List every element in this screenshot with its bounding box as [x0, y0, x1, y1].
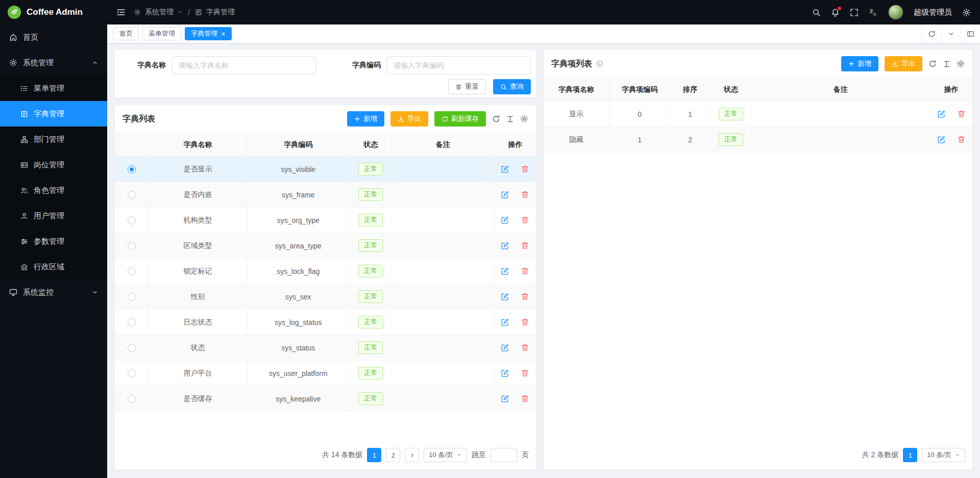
column-header: 字典项名称: [544, 78, 609, 102]
edit-icon[interactable]: [501, 318, 509, 326]
chevron-down-icon[interactable]: [941, 24, 961, 43]
delete-icon[interactable]: [521, 343, 529, 352]
sidebar-item-menu-mgmt[interactable]: 菜单管理: [0, 76, 107, 101]
next-page-button[interactable]: [405, 448, 419, 462]
sidebar-item-monitor[interactable]: 系统监控: [0, 280, 107, 305]
delete-icon[interactable]: [957, 110, 966, 118]
edit-icon[interactable]: [501, 394, 509, 403]
refresh-icon[interactable]: [928, 60, 937, 68]
tab-home[interactable]: 首页: [113, 27, 139, 40]
sidebar-item-role-mgmt[interactable]: 角色管理: [0, 178, 107, 203]
reset-label: 重置: [465, 82, 479, 91]
dict-name-cell: 用户平台: [149, 361, 247, 386]
row-radio[interactable]: [128, 216, 136, 224]
edit-icon[interactable]: [501, 241, 509, 250]
refresh-icon[interactable]: [922, 24, 941, 43]
delete-icon[interactable]: [521, 165, 529, 173]
edit-icon[interactable]: [937, 110, 946, 118]
edit-icon[interactable]: [501, 343, 509, 352]
dict-table-row[interactable]: 状态 sys_status 正常: [115, 335, 536, 361]
dict-table-row[interactable]: 区域类型 sys_area_type 正常: [115, 233, 536, 259]
row-density-icon[interactable]: [943, 60, 950, 68]
refresh-icon[interactable]: [492, 115, 500, 123]
sidebar-item-user-mgmt[interactable]: 用户管理: [0, 203, 107, 229]
dict-name-input[interactable]: [172, 56, 316, 74]
jump-page-input[interactable]: [491, 448, 517, 462]
refresh-cache-button[interactable]: 刷新缓存: [434, 111, 486, 127]
delete-icon[interactable]: [521, 394, 529, 403]
delete-icon[interactable]: [521, 241, 529, 250]
row-radio[interactable]: [128, 267, 136, 275]
jump-label: 跳至: [472, 450, 486, 460]
dict-table-row[interactable]: 用户平台 sys_user_platform 正常: [115, 361, 536, 386]
layout-panel-icon[interactable]: [961, 24, 980, 43]
edit-icon[interactable]: [937, 135, 946, 144]
row-density-icon[interactable]: [506, 115, 514, 123]
sidebar-item-home[interactable]: 首页: [0, 24, 107, 50]
column-settings-icon[interactable]: [957, 60, 965, 68]
breadcrumb-first[interactable]: 系统管理: [145, 8, 174, 17]
dict-table-row[interactable]: 是否显示 sys_visible 正常: [115, 157, 536, 182]
delete-icon[interactable]: [957, 135, 966, 144]
edit-icon[interactable]: [501, 165, 509, 173]
tab-menu-mgmt[interactable]: 菜单管理: [142, 27, 181, 40]
reset-button[interactable]: 重置: [448, 79, 486, 94]
page-size-select[interactable]: 10 条/页: [922, 448, 965, 462]
column-settings-icon[interactable]: [520, 115, 528, 123]
sidebar-item-param-mgmt[interactable]: 参数管理: [0, 229, 107, 254]
dict-item-table-row[interactable]: 隐藏 1 2 正常: [544, 127, 972, 153]
sidebar-collapse-icon[interactable]: [116, 8, 126, 17]
translate-icon[interactable]: 文A: [869, 8, 878, 17]
dict-table-row[interactable]: 性别 sys_sex 正常: [115, 284, 536, 310]
delete-icon[interactable]: [521, 369, 529, 378]
page-size-select[interactable]: 10 条/页: [424, 448, 467, 462]
export-dict-item-button[interactable]: 导出: [885, 56, 922, 71]
row-radio[interactable]: [128, 165, 136, 173]
edit-icon[interactable]: [501, 190, 509, 199]
sidebar-item-dept-mgmt[interactable]: 部门管理: [0, 127, 107, 152]
add-dict-item-button[interactable]: 新增: [841, 56, 878, 71]
close-icon[interactable]: [221, 32, 226, 36]
app-logo[interactable]: Coffee Admin: [0, 0, 107, 24]
gear-icon[interactable]: [962, 8, 971, 17]
dict-code-input[interactable]: [387, 56, 531, 74]
row-radio[interactable]: [128, 318, 136, 326]
row-radio[interactable]: [128, 242, 136, 250]
dict-item-table-row[interactable]: 显示 0 1 正常: [544, 102, 972, 127]
username[interactable]: 超级管理员: [914, 8, 952, 17]
edit-icon[interactable]: [501, 292, 509, 301]
delete-icon[interactable]: [521, 216, 529, 224]
query-button[interactable]: 查询: [493, 79, 531, 94]
edit-icon[interactable]: [501, 369, 509, 378]
fullscreen-icon[interactable]: [850, 8, 859, 17]
sidebar-item-dict-mgmt[interactable]: 字典管理: [0, 101, 107, 127]
dict-table-row[interactable]: 日志状态 sys_log_status 正常: [115, 310, 536, 335]
row-radio[interactable]: [128, 293, 136, 301]
row-radio[interactable]: [128, 395, 136, 403]
row-radio[interactable]: [128, 369, 136, 378]
dict-table-row[interactable]: 锁定标记 sys_lock_flag 正常: [115, 259, 536, 284]
avatar[interactable]: [888, 5, 903, 20]
delete-icon[interactable]: [521, 190, 529, 199]
delete-icon[interactable]: [521, 292, 529, 301]
page-button-1[interactable]: 1: [367, 448, 381, 462]
sidebar-item-region-mgmt[interactable]: 行政区域: [0, 254, 107, 280]
dict-table-row[interactable]: 是否内嵌 sys_frame 正常: [115, 182, 536, 208]
dict-table-row[interactable]: 机构类型 sys_org_type 正常: [115, 208, 536, 233]
edit-icon[interactable]: [501, 267, 509, 275]
search-icon[interactable]: [812, 8, 821, 17]
edit-icon[interactable]: [501, 216, 509, 224]
delete-icon[interactable]: [521, 267, 529, 275]
sidebar-item-post-mgmt[interactable]: 岗位管理: [0, 152, 107, 178]
row-radio[interactable]: [128, 344, 136, 352]
tab-dict-mgmt[interactable]: 字典管理: [185, 27, 232, 40]
add-dict-button[interactable]: 新增: [347, 111, 384, 127]
dict-table-row[interactable]: 是否缓存 sys_keepalive 正常: [115, 386, 536, 412]
export-dict-button[interactable]: 导出: [390, 111, 428, 127]
sidebar-item-system[interactable]: 系统管理: [0, 50, 107, 76]
delete-icon[interactable]: [521, 318, 529, 326]
bell-icon[interactable]: [831, 8, 840, 17]
page-button-2[interactable]: 2: [386, 448, 400, 462]
row-radio[interactable]: [128, 191, 136, 199]
page-button-1[interactable]: 1: [903, 448, 917, 462]
